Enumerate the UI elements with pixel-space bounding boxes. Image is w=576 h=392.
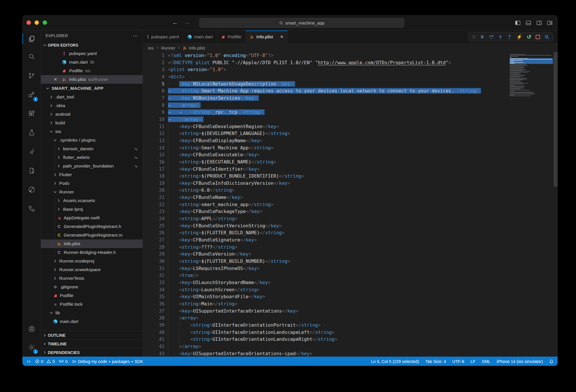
code-line-13[interactable]: 13 <key>CFBundleDisplayName</key> [143, 137, 558, 144]
breadcrumb[interactable]: iosRunnerInfo.plist [143, 43, 558, 52]
code-line-35[interactable]: 35 <key>UIMainStoryboardFile</key> [143, 293, 558, 300]
zoom-traffic-light[interactable] [43, 20, 47, 25]
tree-item-Assets.xcassets[interactable]: Assets.xcassets [41, 196, 143, 205]
sidebar-more-icon[interactable]: ⋯ [133, 33, 138, 39]
pause-icon[interactable] [480, 35, 484, 39]
code-line-9[interactable]: 9→ → <string>_rpc._tcp</string> [143, 109, 558, 116]
activity-references-icon[interactable] [22, 199, 41, 218]
code-line-29[interactable]: 29 <key>CFBundleVersion</key> [143, 251, 558, 258]
remote-indicator-icon[interactable] [27, 359, 31, 364]
code-line-18[interactable]: 18 <string>$(PRODUCT_BUNDLE_IDENTIFIER)<… [143, 173, 558, 180]
code-line-36[interactable]: 36 <string>Main</string> [143, 300, 558, 308]
close-icon[interactable]: ✕ [54, 77, 59, 82]
tree-item-Podfile[interactable]: Podfile [41, 291, 143, 300]
language-mode[interactable]: XML [482, 359, 490, 364]
activity-dart-devtools-icon[interactable] [22, 161, 41, 180]
minimap[interactable] [510, 54, 553, 97]
code-line-21[interactable]: 21 <key>CFBundleName</key> [143, 194, 558, 201]
activity-explorer-icon[interactable] [22, 31, 41, 47]
code-line-7[interactable]: 7→ <key>NSBonjourServices</key> [143, 95, 558, 102]
code-line-5[interactable]: 5 <key>NSLocalNetworkUsageDescription</k… [143, 81, 558, 88]
tree-item-path_provider_foundation[interactable]: path_provider_foundation [41, 162, 143, 170]
nav-forward-icon[interactable]: → [184, 15, 190, 30]
code-line-16[interactable]: 16 <string>$(EXECUTABLE_NAME)</string> [143, 159, 558, 166]
open-editor-Info.plist[interactable]: ✕Info.plistios/Runner [41, 75, 143, 84]
tab-pubspec.yaml[interactable]: !pubspec.yaml [143, 31, 183, 43]
code-line-20[interactable]: 20 <string>6.0</string> [143, 187, 558, 194]
tree-item-Runner.xcworkspace[interactable]: Runner.xcworkspace [41, 265, 143, 274]
code-line-6[interactable]: 6→ <string>Smart·Machine·App·requires·ac… [143, 87, 558, 95]
open-editor-pubspec.yaml[interactable]: ✕!pubspec.yaml [41, 49, 143, 58]
section-timeline[interactable]: TIMELINE [41, 339, 143, 348]
tree-item-Base.lproj[interactable]: Base.lproj [41, 205, 143, 214]
code-line-38[interactable]: 38 <array> [143, 315, 558, 322]
activity-testing-icon[interactable] [22, 123, 41, 142]
cursor-position[interactable]: Ln 5, Col 5 (229 selected) [371, 359, 419, 364]
code-line-1[interactable]: 1<?xml version="1.0" encoding="UTF-8"?> [143, 52, 558, 59]
code-line-12[interactable]: 12 <string>$(DEVELOPMENT_LANGUAGE)</stri… [143, 130, 558, 137]
device-selector[interactable]: iPhone 14 (ios simulator) [497, 359, 543, 364]
code-line-37[interactable]: 37 <key>UISupportedInterfaceOrientations… [143, 308, 558, 315]
code-line-43[interactable]: 43 <key>UISupportedInterfaceOrientations… [143, 350, 558, 357]
code-line-10[interactable]: 10→ </array> [143, 116, 558, 123]
tree-item-GeneratedPluginRegistrant.m[interactable]: CGeneratedPluginRegistrant.m [41, 231, 143, 239]
code-line-42[interactable]: 42 </array> [143, 343, 558, 350]
problems-indicator[interactable]: 0 0 [35, 359, 55, 364]
step-into-icon[interactable] [498, 35, 503, 39]
tab-Info.plist[interactable]: Info.plist✕ [246, 31, 288, 43]
tree-item-bonsoir_darwin[interactable]: bonsoir_darwin [41, 144, 143, 153]
tab-main.dart[interactable]: main.dart [183, 31, 217, 43]
encoding[interactable]: UTF-8 [452, 359, 464, 364]
tree-item-Podfile.lock[interactable]: ≡Podfile.lock [41, 300, 143, 309]
restart-icon[interactable]: ↺ [527, 34, 531, 40]
step-over-icon[interactable] [489, 35, 494, 39]
code-editor[interactable]: 1<?xml version="1.0" encoding="UTF-8"?>2… [143, 52, 558, 357]
command-center-search[interactable]: smart_machine_app [199, 18, 404, 28]
grip-icon[interactable] [472, 35, 476, 39]
tree-item-Runner.xcodeproj[interactable]: Runner.xcodeproj [41, 257, 143, 265]
step-out-icon[interactable] [507, 35, 512, 39]
activity-flutter-icon[interactable] [22, 142, 41, 161]
tab-Podfile[interactable]: Podfile [217, 31, 245, 43]
activity-settings-icon[interactable]: 1 [22, 338, 41, 357]
code-line-14[interactable]: 14 <string>Smart Machine App</string> [143, 144, 558, 152]
activity-extensions-icon[interactable] [22, 104, 41, 123]
tree-item-flutter_webrtc[interactable]: flutter_webrtc [41, 153, 143, 162]
tree-item-build[interactable]: build [41, 119, 143, 127]
tree-item-.dart_tool[interactable]: .dart_tool [41, 93, 143, 101]
tree-item-GeneratedPluginRegistrant.h[interactable]: CGeneratedPluginRegistrant.h [41, 222, 143, 231]
tree-item-SMART_MACHINE_APP[interactable]: SMART_MACHINE_APP [41, 84, 143, 93]
tree-item-Info.plist[interactable]: Info.plist [41, 239, 143, 248]
debug-config[interactable]: Debug my code + packages + SDK [72, 359, 143, 364]
tree-item-Flutter[interactable]: Flutter [41, 170, 143, 179]
tree-item-main.dart[interactable]: main.dart [41, 317, 143, 326]
notifications-bell-icon[interactable] [549, 359, 554, 364]
activity-source-control-icon[interactable] [22, 66, 41, 85]
tree-item-lib[interactable]: lib [41, 309, 143, 317]
nav-back-icon[interactable]: ← [172, 15, 178, 30]
tree-item-ios[interactable]: ios [41, 127, 143, 136]
code-line-15[interactable]: 15 <key>CFBundleExecutable</key> [143, 151, 558, 159]
broadcast-indicator[interactable]: 0 [59, 359, 67, 364]
code-line-34[interactable]: 34 <string>LaunchScreen</string> [143, 286, 558, 294]
tree-item-.idea[interactable]: .idea [41, 101, 143, 110]
devtools-icon[interactable] [544, 35, 549, 39]
open-editor-main.dart[interactable]: ✕main.dartlib [41, 58, 143, 66]
code-line-26[interactable]: 26 <string>$(FLUTTER_BUILD_NAME)</string… [143, 229, 558, 237]
eol[interactable]: LF [471, 359, 475, 364]
vertical-scrollbar[interactable] [554, 52, 558, 187]
code-line-30[interactable]: 30 <string>$(FLUTTER_BUILD_NUMBER)</stri… [143, 258, 558, 265]
open-editor-Podfile[interactable]: ✕Podfileios [41, 66, 143, 75]
code-line-33[interactable]: 33 <key>UILaunchStoryboardName</key> [143, 279, 558, 286]
toggle-sidebar-icon[interactable] [515, 21, 520, 25]
code-line-39[interactable]: 39 <string>UIInterfaceOrientationPortrai… [143, 322, 558, 329]
tree-item-.gitignore[interactable]: .gitignore [41, 283, 143, 291]
tree-item-Runner[interactable]: Runner [41, 188, 143, 196]
close-icon[interactable]: ✕ [280, 34, 284, 39]
code-line-3[interactable]: 3<plist version="1.0"> [143, 66, 558, 73]
breadcrumb-item[interactable]: Runner [161, 45, 175, 50]
code-line-28[interactable]: 28 <string>????</string> [143, 244, 558, 251]
code-line-8[interactable]: 8→ <array> [143, 102, 558, 109]
breadcrumb-item[interactable]: ios [148, 45, 154, 50]
open-editors-header[interactable]: OPEN EDITORS [41, 41, 143, 49]
